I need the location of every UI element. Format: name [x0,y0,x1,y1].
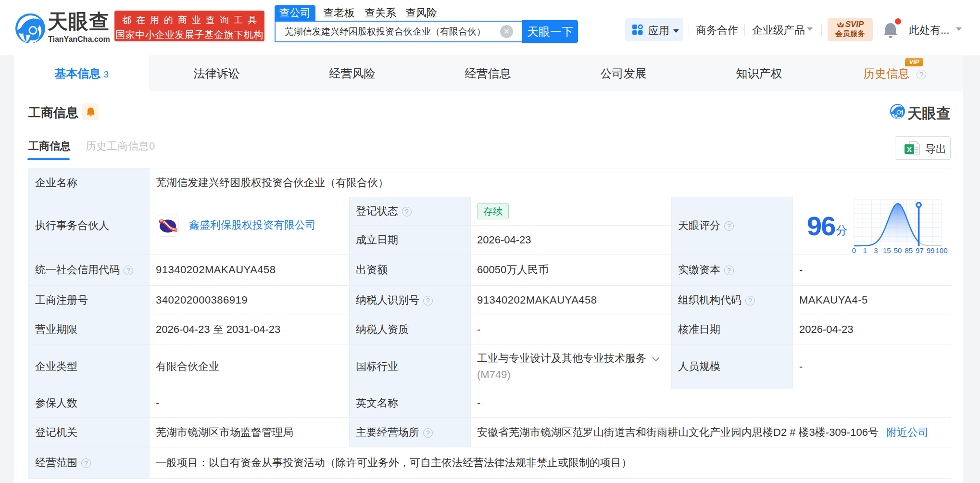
svg-text:97: 97 [916,246,924,254]
svg-text:85: 85 [905,246,913,254]
svg-text:50: 50 [894,246,902,254]
svg-text:1: 1 [863,246,867,254]
svg-text:0: 0 [852,246,856,254]
svg-text:100: 100 [936,246,948,254]
svg-text:15: 15 [883,246,891,254]
svg-text:99: 99 [927,246,935,254]
svg-text:X: X [907,145,912,153]
svg-text:3: 3 [874,246,878,254]
